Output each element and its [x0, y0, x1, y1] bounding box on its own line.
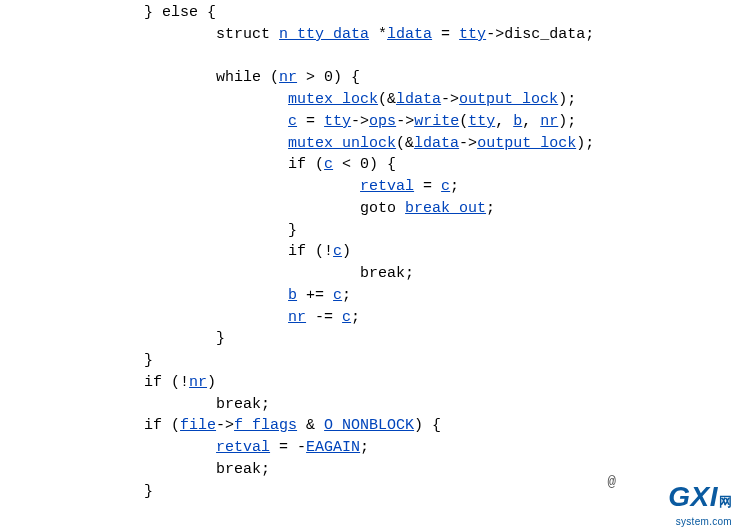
code-line: } — [0, 330, 225, 347]
code-line: if (!c) — [0, 243, 351, 260]
watermark-domain: system.com — [668, 515, 732, 530]
freehand-circle-annotation — [0, 502, 736, 532]
code-line: retval = c; — [0, 178, 459, 195]
at-symbol: @ — [608, 472, 616, 492]
code-line: nr -= c; — [0, 309, 360, 326]
code-line: goto break_out; — [0, 200, 495, 217]
code-line: mutex_lock(&ldata->output_lock); — [0, 91, 576, 108]
code-line: break; — [0, 461, 270, 478]
code-line: c = tty->ops->write(tty, b, nr); — [0, 113, 576, 130]
code-line: struct n_tty_data *ldata = tty->disc_dat… — [0, 26, 594, 43]
code-line: if (file->f_flags & O_NONBLOCK) { — [0, 417, 441, 434]
code-line: break; — [0, 265, 414, 282]
watermark-text: GXI — [668, 481, 718, 512]
code-line: retval = -EAGAIN; — [0, 439, 369, 456]
code-line: mutex_unlock(&ldata->output_lock); — [0, 135, 594, 152]
code-line: break; — [0, 396, 270, 413]
code-line: } — [0, 483, 153, 500]
code-line: } — [0, 352, 153, 369]
code-block: } else { struct n_tty_data *ldata = tty-… — [0, 0, 736, 502]
code-line: if (c < 0) { — [0, 156, 396, 173]
watermark-suffix: 网 — [719, 494, 732, 509]
code-line: b += c; — [0, 287, 351, 304]
code-line: } else { — [0, 4, 216, 21]
code-line: if (!nr) — [0, 374, 216, 391]
code-line: while (nr > 0) { — [0, 69, 360, 86]
code-line: } — [0, 222, 297, 239]
watermark-logo: GXI网 system.com — [668, 477, 732, 529]
